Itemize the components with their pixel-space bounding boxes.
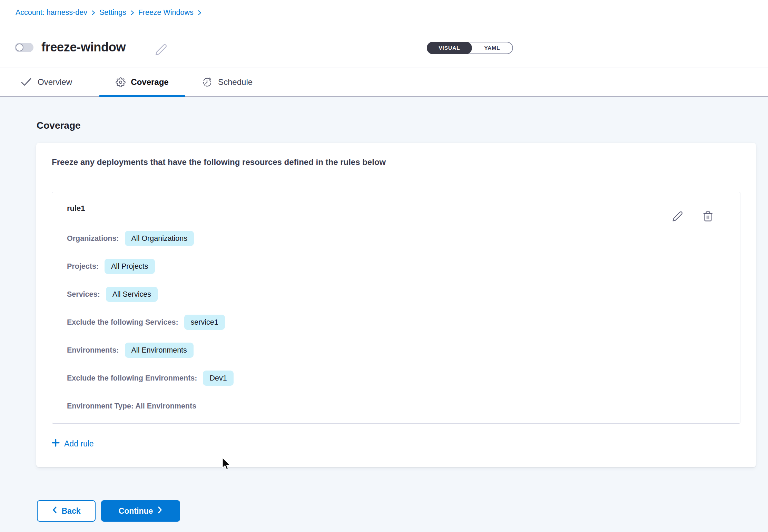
back-label: Back	[62, 506, 81, 516]
freeze-enabled-toggle[interactable]	[15, 43, 33, 52]
field-value-chip: All Environments	[125, 343, 194, 358]
field-label: Exclude the following Services:	[67, 318, 178, 327]
coverage-card: Freeze any deployments that have the fol…	[36, 143, 756, 467]
rule-field-row: Projects: All Projects	[67, 259, 650, 274]
chevron-right-icon	[157, 506, 163, 516]
plus-icon	[52, 439, 60, 449]
field-label: Environments:	[67, 346, 119, 355]
breadcrumb: Account: harness-dev Settings Freeze Win…	[16, 8, 202, 17]
pencil-icon	[155, 52, 167, 57]
check-icon	[21, 78, 32, 87]
chevron-right-icon	[91, 9, 96, 16]
rule-card: rule1 Organizations: All Organizations P…	[52, 192, 740, 424]
field-value-chip: All Organizations	[125, 231, 194, 246]
field-value-chip: All Projects	[105, 259, 155, 274]
field-label: Services:	[67, 290, 100, 299]
coverage-content: Coverage Freeze any deployments that hav…	[0, 97, 768, 532]
continue-button[interactable]: Continue	[101, 500, 180, 522]
field-value-chip: Dev1	[203, 371, 233, 386]
rule-actions	[672, 211, 714, 223]
page-title: freeze-window	[41, 40, 126, 55]
trash-icon	[702, 211, 713, 223]
field-label: Exclude the following Environments:	[67, 374, 197, 383]
coverage-instruction: Freeze any deployments that have the fol…	[52, 157, 386, 167]
clock-history-icon	[202, 77, 212, 87]
edit-rule-button[interactable]	[672, 211, 683, 223]
breadcrumb-settings-link[interactable]: Settings	[99, 8, 126, 17]
chevron-right-icon	[197, 9, 202, 16]
add-rule-label: Add rule	[64, 439, 94, 449]
back-button[interactable]: Back	[37, 500, 96, 522]
environment-type-row: Environment Type: All Environments	[67, 398, 650, 414]
tab-coverage-label: Coverage	[131, 77, 168, 87]
chevron-left-icon	[52, 506, 57, 516]
field-value-chip: All Services	[106, 287, 158, 302]
rule-fields: Organizations: All Organizations Project…	[67, 231, 650, 414]
tab-schedule[interactable]: Schedule	[202, 68, 253, 96]
pencil-icon	[672, 211, 683, 223]
rule-field-row: Exclude the following Services: service1	[67, 315, 650, 330]
chevron-right-icon	[130, 9, 135, 16]
add-rule-button[interactable]: Add rule	[52, 439, 94, 449]
delete-rule-button[interactable]	[702, 211, 714, 223]
breadcrumb-account-link[interactable]: Account: harness-dev	[16, 8, 87, 17]
rule-field-row: Organizations: All Organizations	[67, 231, 650, 246]
yaml-mode-button[interactable]: YAML	[472, 42, 512, 53]
studio-tabbar: Overview Coverage Schedule	[0, 68, 768, 97]
visual-yaml-toggle: VISUAL YAML	[427, 42, 513, 54]
rule-field-row: Environments: All Environments	[67, 343, 650, 358]
rule-field-row: Exclude the following Environments: Dev1	[67, 371, 650, 386]
breadcrumb-freeze-windows-link[interactable]: Freeze Windows	[138, 8, 194, 17]
field-label: Projects:	[67, 262, 99, 271]
section-title: Coverage	[37, 120, 81, 131]
edit-title-button[interactable]	[155, 43, 168, 57]
field-label: Organizations:	[67, 234, 119, 243]
gear-icon	[116, 77, 126, 87]
visual-mode-button[interactable]: VISUAL	[427, 42, 472, 54]
tab-overview-label: Overview	[38, 77, 72, 87]
tab-schedule-label: Schedule	[218, 77, 253, 87]
rule-name: rule1	[67, 204, 85, 213]
page-header: Account: harness-dev Settings Freeze Win…	[0, 0, 768, 68]
toggle-knob	[16, 43, 23, 51]
freeze-window-studio-page: Account: harness-dev Settings Freeze Win…	[0, 0, 768, 532]
continue-label: Continue	[119, 506, 153, 516]
field-value-chip: service1	[184, 315, 225, 330]
rule-field-row: Services: All Services	[67, 287, 650, 302]
tab-overview[interactable]: Overview	[21, 68, 72, 96]
tab-coverage[interactable]: Coverage	[99, 68, 185, 96]
